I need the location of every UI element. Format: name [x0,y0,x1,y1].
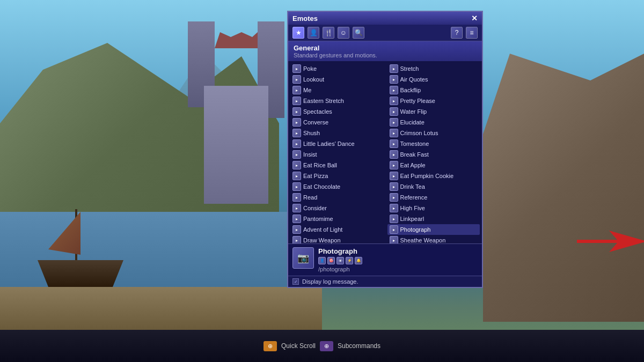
emote-item-icon: ▸ [390,97,398,105]
window-bottom: ✓ Display log message. [288,276,482,287]
emote-item-name: Little Ladies' Dance [303,141,355,147]
emote-item[interactable]: ▸Poke [290,63,383,74]
emote-item-icon: ▸ [390,107,398,116]
emote-item[interactable]: ▸Eat Apple [387,160,480,171]
emote-item[interactable]: ▸Backflip [387,85,480,95]
display-log-checkbox[interactable]: ✓ [292,278,299,285]
emote-item-icon: ▸ [390,150,398,159]
emote-item-icon: ▸ [292,225,301,234]
emote-item-name: Eat Chocolate [303,183,340,190]
emote-item-name: Spectacles [303,108,332,115]
emote-item-name: Photograph [400,226,431,233]
toolbar-person-icon[interactable]: 👤 [308,27,319,39]
toolbar-search-icon[interactable]: 🔍 [353,27,364,39]
title-bar: Emotes ✕ [288,12,482,25]
taskbar-hint: ⊕ Quick Scroll ⊕ Subcommands [264,341,380,351]
toolbar-star-icon[interactable]: ★ [292,27,304,39]
close-button[interactable]: ✕ [471,14,478,23]
category-description: Standard gestures and motions. [294,52,477,58]
emote-item-icon: ▸ [390,204,398,212]
emote-item[interactable]: ▸Me [290,85,383,95]
preview-name: Photograph [318,247,478,255]
emote-item-icon: ▸ [292,64,301,73]
emote-item[interactable]: ▸Elucidate [387,117,480,128]
emote-column-right: ▸Stretch▸Air Quotes▸Backflip▸Pretty Plea… [385,63,482,243]
quick-scroll-btn[interactable]: ⊕ [264,341,277,351]
emote-item-icon: ▸ [390,129,398,137]
castle [188,32,284,204]
emote-item[interactable]: ▸Eat Pumpkin Cookie [387,171,480,181]
emote-item[interactable]: ▸Drink Tea [387,181,480,192]
emote-item-name: Reference [400,194,428,201]
emote-item[interactable]: ▸Little Ladies' Dance [290,138,383,149]
toolbar-food-icon[interactable]: 🍴 [323,27,334,39]
emote-item[interactable]: ▸Eat Chocolate [290,181,383,192]
emote-item-name: Pantomime [303,216,333,222]
emote-item[interactable]: ▸Photograph [387,224,480,235]
toolbar-settings-icon[interactable]: ≡ [466,27,478,39]
emote-item-icon: ▸ [390,64,398,73]
emote-item-icon: ▸ [390,139,398,148]
emote-list[interactable]: ▸Poke▸Lookout▸Me▸Eastern Stretch▸Spectac… [288,61,482,243]
emote-item-name: Draw Weapon [303,237,341,243]
emote-item[interactable]: ▸Shush [290,128,383,138]
emote-item[interactable]: ▸Eastern Stretch [290,95,383,106]
emote-item-name: Poke [303,65,317,72]
subcommands-btn[interactable]: ⊕ [320,341,333,351]
emote-item-icon: ▸ [292,75,301,84]
emote-preview: 📷 Photograph 👤 🎯 👁 ⚡ 🔔 /photograph [288,243,482,276]
emote-item-icon: ▸ [292,204,301,212]
emote-item-name: Break Fast [400,151,429,158]
emote-item[interactable]: ▸Reference [387,192,480,203]
preview-icon-4: ⚡ [346,257,353,264]
emote-item-name: Me [303,87,311,93]
emote-item[interactable]: ▸Insist [290,149,383,160]
toolbar-help-icon[interactable]: ? [451,27,463,39]
emote-item[interactable]: ▸Consider [290,203,383,213]
emote-item-name: Water Flip [400,108,427,115]
emote-item[interactable]: ▸Lookout [290,74,383,85]
emote-item-name: Eat Apple [400,162,426,168]
emote-item[interactable]: ▸Advent of Light [290,224,383,235]
emote-item[interactable]: ▸High Five [387,203,480,213]
emote-item-name: Drink Tea [400,183,425,190]
display-log-label: Display log message. [302,278,358,285]
emote-item[interactable]: ▸Eat Pizza [290,171,383,181]
emote-item-icon: ▸ [292,139,301,148]
emote-item[interactable]: ▸Spectacles [290,106,383,117]
emote-item[interactable]: ▸Converse [290,117,383,128]
emote-item[interactable]: ▸Crimson Lotus [387,128,480,138]
emote-item[interactable]: ▸Eat Rice Ball [290,160,383,171]
emote-item-name: Tomestone [400,141,429,147]
emote-item[interactable]: ▸Pretty Please [387,95,480,106]
emote-item-icon: ▸ [390,172,398,180]
emote-item-icon: ▸ [390,193,398,202]
emote-item-icon: ▸ [292,161,301,169]
emote-item-name: Linkpearl [400,216,425,222]
emote-item-icon: ▸ [292,236,301,243]
emote-item-icon: ▸ [390,118,398,127]
emote-item[interactable]: ▸Break Fast [387,149,480,160]
emote-item-name: Consider [303,205,327,211]
emote-item[interactable]: ▸Stretch [387,63,480,74]
preview-icon-1: 👤 [318,257,326,264]
emote-item[interactable]: ▸Air Quotes [387,74,480,85]
preview-icon-3: 👁 [336,257,344,264]
emote-columns: ▸Poke▸Lookout▸Me▸Eastern Stretch▸Spectac… [288,63,482,243]
ship-sail [48,212,86,255]
emote-item[interactable]: ▸Draw Weapon [290,235,383,243]
toolbar-face-icon[interactable]: ☺ [338,27,349,39]
ship-hull [38,260,123,287]
emote-item-name: Stretch [400,65,419,72]
emote-item[interactable]: ▸Read [290,192,383,203]
preview-icon-2: 🎯 [327,257,335,264]
emote-item-name: Backflip [400,87,421,93]
emote-item-name: Shush [303,130,320,136]
emote-item[interactable]: ▸Linkpearl [387,213,480,224]
emote-item[interactable]: ▸Tomestone [387,138,480,149]
emote-item[interactable]: ▸Sheathe Weapon [387,235,480,243]
emote-item-name: Pretty Please [400,98,435,104]
emote-item[interactable]: ▸Pantomime [290,213,383,224]
emote-item[interactable]: ▸Water Flip [387,106,480,117]
window-title: Emotes [292,14,318,23]
